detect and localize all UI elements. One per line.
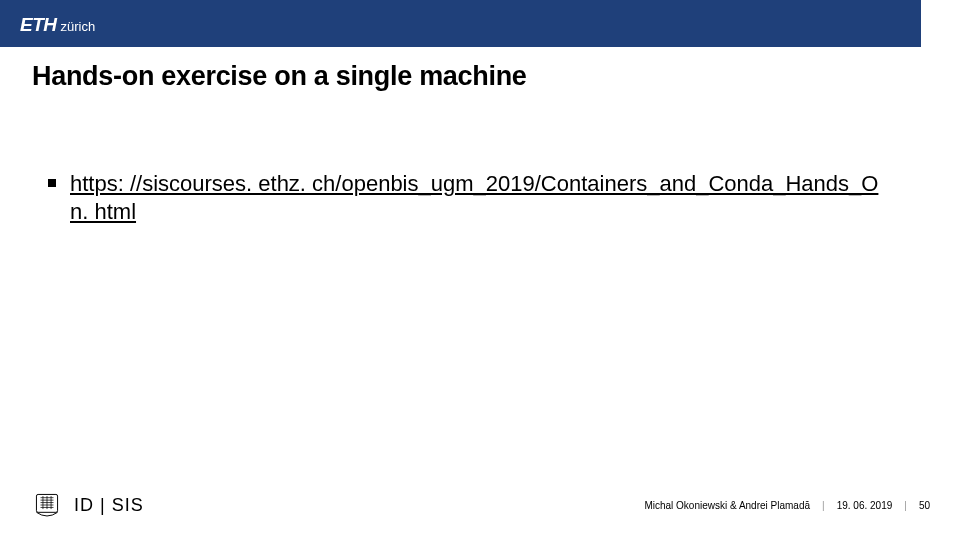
header-bar: ETH zürich (0, 0, 921, 47)
bullet-text: https: //siscourses. ethz. ch/openbis_ug… (70, 170, 890, 225)
slide-body: https: //siscourses. ethz. ch/openbis_ug… (48, 170, 890, 225)
footer-authors: Michal Okoniewski & Andrei Plamadă (644, 500, 810, 511)
crest-icon (34, 492, 60, 518)
bullet-marker-icon (48, 179, 56, 187)
footer-divider: | (822, 500, 825, 511)
footer-divider: | (904, 500, 907, 511)
logo-eth-text: ETH (20, 14, 57, 36)
bullet-item: https: //siscourses. ethz. ch/openbis_ug… (48, 170, 890, 225)
footer-meta: Michal Okoniewski & Andrei Plamadă | 19.… (644, 500, 930, 511)
logo-zurich-text: zürich (61, 19, 96, 34)
course-link[interactable]: https: //siscourses. ethz. ch/openbis_ug… (70, 171, 878, 224)
slide-title: Hands-on exercise on a single machine (32, 61, 960, 92)
eth-logo: ETH zürich (20, 14, 95, 36)
footer: ID | SIS Michal Okoniewski & Andrei Plam… (0, 492, 960, 518)
footer-unit: ID | SIS (74, 495, 144, 516)
footer-date: 19. 06. 2019 (837, 500, 893, 511)
footer-page: 50 (919, 500, 930, 511)
